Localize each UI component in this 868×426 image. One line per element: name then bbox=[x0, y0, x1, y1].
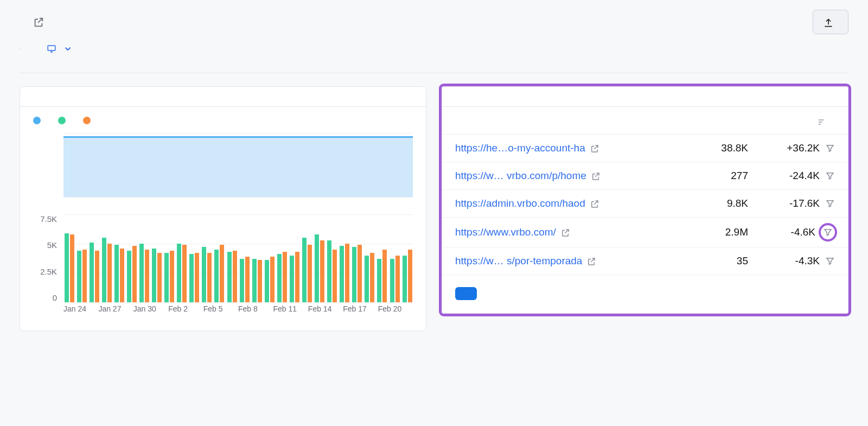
legend-improved[interactable] bbox=[58, 117, 70, 124]
sort-desc-icon bbox=[818, 118, 826, 126]
header-row bbox=[20, 10, 848, 34]
device-value-button[interactable] bbox=[47, 42, 73, 54]
url-link[interactable]: https://admin.vrbo.com/haod bbox=[455, 198, 599, 209]
external-link-icon[interactable] bbox=[560, 226, 570, 238]
bar-declined bbox=[320, 240, 324, 302]
traffic-area-chart bbox=[33, 131, 413, 207]
filter-icon[interactable] bbox=[821, 225, 835, 239]
bar-pair bbox=[189, 214, 200, 302]
device-selector bbox=[42, 42, 73, 54]
bar-pair bbox=[339, 214, 350, 302]
bar-improved bbox=[240, 259, 244, 302]
traffic-diff-value: -4.6K bbox=[791, 226, 815, 238]
traffic-diff-value: -24.4K bbox=[789, 170, 820, 182]
x-tick: Jan 24 bbox=[63, 304, 98, 317]
bar-declined bbox=[395, 256, 400, 302]
bar-declined bbox=[233, 251, 237, 302]
url-link[interactable]: https://www.vrbo.com/ bbox=[455, 226, 570, 238]
x-tick: Jan 30 bbox=[133, 304, 168, 317]
filter-icon[interactable] bbox=[825, 143, 835, 153]
bar-pair bbox=[389, 214, 400, 302]
external-link-icon[interactable] bbox=[590, 142, 599, 154]
external-link-icon[interactable] bbox=[590, 198, 599, 209]
legend-traffic[interactable] bbox=[33, 117, 45, 124]
bar-declined bbox=[258, 260, 262, 302]
bar-pair bbox=[76, 214, 87, 302]
bar-pair bbox=[364, 214, 375, 302]
y-tick: 2.5K bbox=[33, 267, 57, 276]
bar-improved bbox=[227, 252, 232, 302]
traffic-value: 38.8K bbox=[683, 142, 748, 154]
x-tick: Feb 17 bbox=[343, 304, 378, 317]
bar-pair bbox=[138, 214, 150, 302]
traffic-diff-value: -4.3K bbox=[795, 255, 820, 267]
bar-improved bbox=[403, 256, 407, 302]
url-link[interactable]: https://w… s/por-temporada bbox=[455, 255, 596, 267]
bar-pair bbox=[276, 214, 288, 302]
bar-improved bbox=[139, 244, 144, 302]
bar-pair bbox=[301, 214, 312, 302]
bar-improved bbox=[340, 246, 344, 302]
bar-declined bbox=[308, 245, 312, 302]
filter-icon[interactable] bbox=[825, 256, 835, 266]
bar-improved bbox=[177, 244, 181, 302]
bar-declined bbox=[107, 244, 112, 302]
x-tick: Feb 8 bbox=[238, 304, 273, 317]
bar-pair bbox=[376, 214, 388, 302]
filter-icon[interactable] bbox=[825, 171, 835, 181]
url-link[interactable]: https://w… vrbo.com/p/home bbox=[455, 170, 601, 182]
bar-pair bbox=[176, 214, 188, 302]
bar-improved bbox=[90, 243, 94, 302]
bar-improved bbox=[214, 250, 219, 302]
bar-declined bbox=[70, 234, 74, 302]
bar-declined bbox=[283, 252, 287, 302]
bar-improved bbox=[277, 254, 282, 302]
bar-declined bbox=[345, 244, 349, 302]
bar-pair bbox=[126, 214, 137, 302]
bar-pair bbox=[63, 214, 75, 302]
bar-improved bbox=[164, 253, 169, 302]
bar-improved bbox=[315, 234, 319, 302]
top-changes-table: https://he…o-my-account-ha 38.8K +36.2K … bbox=[442, 107, 848, 275]
bar-pair bbox=[251, 214, 263, 302]
bar-declined bbox=[245, 257, 250, 302]
traffic-value: 277 bbox=[683, 170, 748, 182]
bar-improved bbox=[265, 260, 269, 302]
traffic-value: 35 bbox=[683, 255, 748, 267]
traffic-value: 2.9M bbox=[683, 226, 748, 238]
page-title bbox=[20, 16, 44, 28]
x-tick: Jan 27 bbox=[98, 304, 133, 317]
chevron-down-icon bbox=[63, 42, 73, 54]
bar-pair bbox=[151, 214, 163, 302]
table-row: https://www.vrbo.com/ 2.9M -4.6K bbox=[442, 218, 848, 247]
bar-improved bbox=[390, 259, 394, 302]
subheader bbox=[20, 42, 848, 54]
table-row: https://he…o-my-account-ha 38.8K +36.2K bbox=[442, 135, 848, 162]
bar-pair bbox=[201, 214, 213, 302]
bar-declined bbox=[408, 250, 412, 302]
filter-icon[interactable] bbox=[825, 199, 835, 208]
export-pdf-button[interactable] bbox=[813, 10, 848, 34]
y-tick: 5K bbox=[33, 240, 57, 250]
traffic-diff-value: +36.2K bbox=[787, 142, 820, 154]
bar-declined bbox=[157, 253, 162, 302]
bar-declined bbox=[220, 245, 224, 302]
table-row: https://w… vrbo.com/p/home 277 -24.4K bbox=[442, 162, 848, 190]
traffic-value: 9.8K bbox=[683, 198, 748, 209]
tabs bbox=[20, 73, 848, 73]
legend-declined[interactable] bbox=[83, 117, 95, 124]
external-link-icon[interactable] bbox=[591, 170, 601, 182]
bar-improved bbox=[127, 251, 131, 302]
view-full-report-button[interactable] bbox=[455, 287, 477, 300]
bar-declined bbox=[82, 250, 87, 302]
top-page-changes-panel: https://he…o-my-account-ha 38.8K +36.2K … bbox=[442, 86, 848, 314]
url-link[interactable]: https://he…o-my-account-ha bbox=[455, 142, 599, 154]
external-link-icon[interactable] bbox=[586, 255, 596, 267]
monitor-icon bbox=[47, 42, 56, 54]
bar-declined bbox=[195, 253, 199, 302]
external-link-icon[interactable] bbox=[33, 16, 44, 28]
col-diff-header[interactable] bbox=[748, 118, 835, 126]
bar-pair bbox=[327, 214, 338, 302]
bar-pair bbox=[88, 214, 100, 302]
bar-improved bbox=[290, 256, 294, 302]
